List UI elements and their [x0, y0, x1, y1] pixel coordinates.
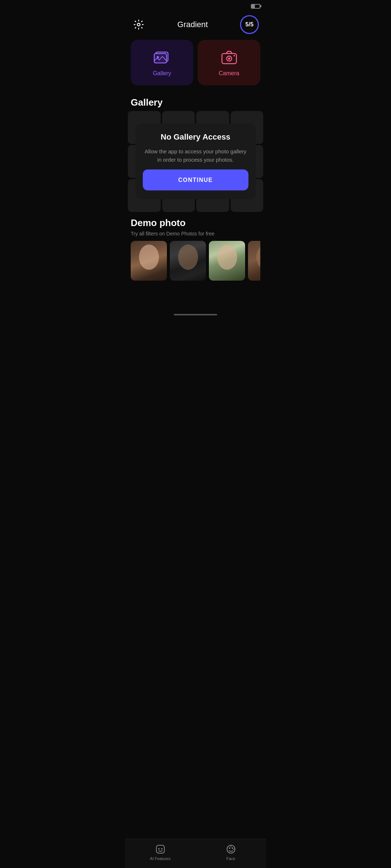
demo-section-title: Demo photo: [131, 217, 260, 229]
continue-button[interactable]: CONTINUE: [143, 170, 248, 191]
progress-text: 5/5: [245, 21, 253, 28]
gallery-section: Gallery: [125, 93, 266, 212]
camera-button-label: Camera: [219, 70, 239, 77]
svg-point-0: [137, 23, 140, 26]
battery-icon: [251, 4, 260, 9]
demo-photo-1[interactable]: [131, 241, 167, 281]
gallery-button[interactable]: Gallery: [131, 40, 193, 85]
demo-photo-4[interactable]: [248, 241, 260, 281]
demo-photo-2[interactable]: [170, 241, 206, 281]
main-content: Gallery: [125, 93, 266, 312]
status-bar: [125, 0, 266, 11]
mode-buttons-container: Gallery Camera: [125, 40, 266, 93]
overlay-message: Allow the app to access your photo galle…: [143, 148, 248, 164]
camera-button[interactable]: Camera: [198, 40, 260, 85]
demo-section-subtitle: Try all filters on Demo Photos for free: [131, 231, 260, 237]
gallery-icon: [154, 48, 171, 66]
demo-photo-3[interactable]: [209, 241, 245, 281]
page-title: Gradient: [177, 20, 208, 29]
gallery-button-label: Gallery: [153, 70, 171, 77]
camera-icon: [220, 48, 238, 66]
face-shape-1: [139, 244, 159, 270]
gallery-access-overlay: No Gallery Access Allow the app to acces…: [135, 124, 256, 199]
progress-indicator[interactable]: 5/5: [240, 15, 259, 34]
gear-icon: [133, 19, 144, 30]
demo-photos-row: [131, 241, 260, 281]
header: Gradient 5/5: [125, 11, 266, 40]
svg-point-6: [228, 58, 230, 60]
face-shape-2: [178, 244, 198, 270]
svg-point-7: [234, 55, 235, 56]
face-shape-4: [256, 244, 261, 270]
gallery-section-title: Gallery: [125, 93, 266, 111]
settings-button[interactable]: [132, 18, 145, 31]
gallery-grid-container: No Gallery Access Allow the app to acces…: [125, 111, 266, 212]
face-shape-3: [217, 244, 237, 270]
overlay-title: No Gallery Access: [161, 132, 230, 142]
home-indicator: [174, 314, 217, 315]
demo-section: Demo photo Try all filters on Demo Photo…: [125, 212, 266, 284]
